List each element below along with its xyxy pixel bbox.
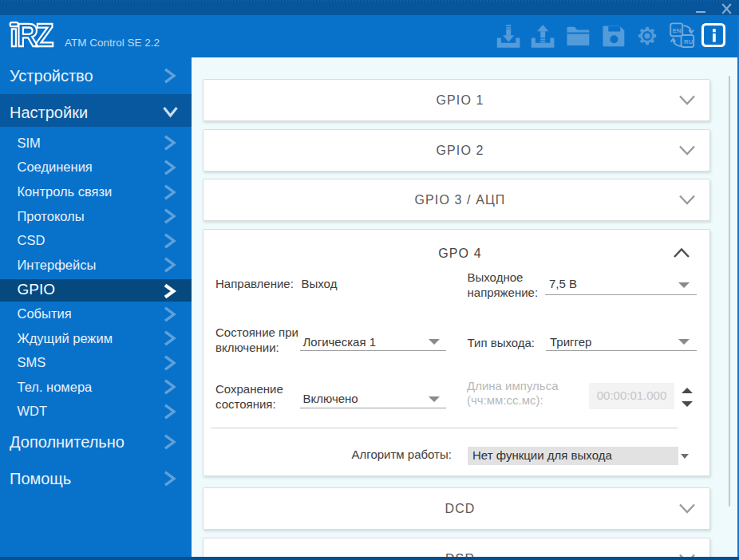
svg-text:RU: RU [684,38,694,45]
svg-text:EN: EN [672,27,681,34]
